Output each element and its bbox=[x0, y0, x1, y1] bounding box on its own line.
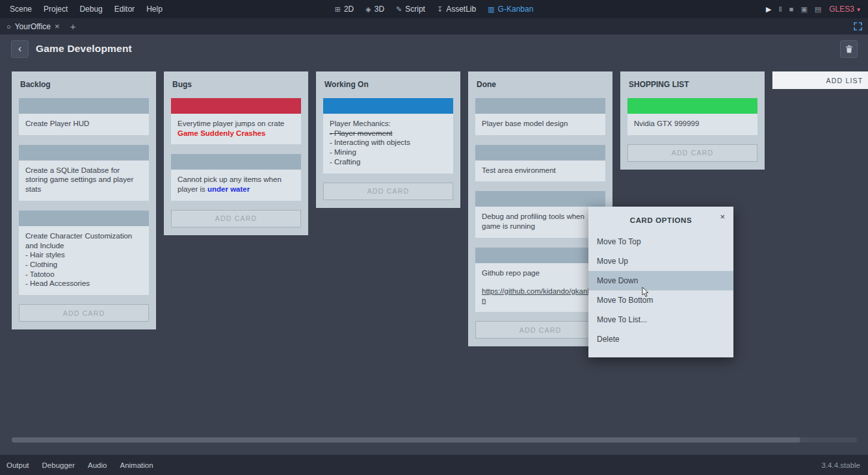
kanban-column-bugs: BugsEverytime player jumps on crateGame … bbox=[164, 71, 308, 235]
menu-item-delete[interactable]: Delete bbox=[588, 329, 733, 349]
workspace-label: 3D bbox=[375, 5, 384, 14]
card-text-segment: Create Player HUD bbox=[25, 120, 89, 127]
stop-icon[interactable]: ■ bbox=[789, 5, 794, 13]
card-text-segment: Test area environment bbox=[482, 166, 556, 174]
scene-tab-youroffice[interactable]: ○ YourOffice × bbox=[0, 18, 66, 34]
panel-tab-audio[interactable]: Audio bbox=[81, 461, 113, 469]
kanban-card[interactable]: Test area environment bbox=[475, 145, 605, 182]
add-card-button[interactable]: ADD CARD bbox=[323, 183, 453, 200]
panel-tab-debugger[interactable]: Debugger bbox=[36, 461, 82, 469]
add-tab-icon[interactable]: + bbox=[66, 21, 80, 32]
workspace-assetlib[interactable]: ↧AssetLib bbox=[437, 5, 476, 14]
caret-down-icon: ▾ bbox=[857, 6, 860, 13]
workspace-3d[interactable]: ◈3D bbox=[365, 5, 384, 14]
workspace-2d[interactable]: ⊞2D bbox=[335, 5, 354, 14]
workspace-label: AssetLib bbox=[446, 5, 476, 14]
horizontal-scrollbar[interactable] bbox=[12, 437, 857, 443]
card-text-segment: - Head Accessories bbox=[25, 279, 142, 289]
card-drag-handle[interactable] bbox=[19, 211, 149, 226]
canvas-2d-icon: ⊞ bbox=[335, 5, 341, 14]
menu-debug[interactable]: Debug bbox=[73, 5, 108, 14]
card-text: Create a SQLite Databse for storing game… bbox=[19, 160, 149, 201]
add-card-button[interactable]: ADD CARD bbox=[19, 304, 149, 322]
spatial-3d-icon: ◈ bbox=[365, 5, 371, 14]
column-title: Working On bbox=[324, 80, 453, 89]
menu-item-move-up[interactable]: Move Up bbox=[588, 251, 733, 271]
card-drag-handle[interactable] bbox=[475, 145, 605, 160]
kanban-card[interactable]: Cannot pick up any items when player is … bbox=[171, 154, 301, 200]
column-title: Bugs bbox=[172, 80, 301, 89]
card-drag-handle[interactable] bbox=[475, 98, 605, 114]
card-text: Everytime player jumps on crateGame Sudd… bbox=[171, 114, 301, 144]
expand-window-icon[interactable] bbox=[854, 22, 868, 31]
add-card-button[interactable]: ADD CARD bbox=[627, 144, 757, 162]
card-drag-handle[interactable] bbox=[627, 98, 757, 114]
bottom-panel-bar: OutputDebuggerAudioAnimation 3.4.4.stabl… bbox=[0, 455, 868, 475]
kanban-card[interactable]: Create Character Customization and Inclu… bbox=[19, 211, 149, 295]
kanban-card[interactable]: Player base model design bbox=[475, 98, 605, 135]
card-text-segment: - Tatotoo bbox=[25, 270, 142, 279]
card-text: Create Player HUD bbox=[19, 114, 149, 135]
card-drag-handle[interactable] bbox=[171, 154, 301, 170]
workspace-label: G-Kanban bbox=[498, 5, 534, 14]
card-drag-handle[interactable] bbox=[475, 248, 605, 263]
kanban-card[interactable]: Create a SQLite Databse for storing game… bbox=[19, 145, 149, 201]
close-icon[interactable]: × bbox=[720, 212, 725, 222]
menu-help[interactable]: Help bbox=[140, 5, 168, 14]
menu-item-move-to-bottom[interactable]: Move To Bottom bbox=[588, 290, 733, 310]
column-title: Backlog bbox=[20, 80, 149, 89]
card-text: Create Character Customization and Inclu… bbox=[19, 226, 149, 295]
add-card-button[interactable]: ADD CARD bbox=[475, 321, 605, 339]
card-drag-handle[interactable] bbox=[19, 98, 149, 114]
bottom-panel-tabs: OutputDebuggerAudioAnimation bbox=[0, 461, 160, 469]
menu-title: CARD OPTIONS bbox=[588, 207, 733, 232]
pause-icon[interactable]: Ⅱ bbox=[778, 5, 782, 14]
board-title: Game Development bbox=[36, 43, 132, 55]
card-options-menu: CARD OPTIONS × Move To TopMove UpMove Do… bbox=[588, 207, 733, 357]
workspace-g-kanban[interactable]: ▥G-Kanban bbox=[488, 5, 533, 14]
play-icon[interactable]: ▶ bbox=[766, 5, 771, 14]
card-text: Player Mechanics:- Player movement- Inte… bbox=[323, 114, 453, 173]
script-icon: ✎ bbox=[396, 5, 402, 14]
menu-project[interactable]: Project bbox=[38, 5, 73, 14]
card-drag-handle[interactable] bbox=[323, 98, 453, 114]
assetlib-icon: ↧ bbox=[437, 5, 443, 14]
card-text: Nvidia GTX 999999 bbox=[627, 114, 757, 135]
workspace-switcher: ⊞2D◈3D✎Script↧AssetLib▥G-Kanban bbox=[335, 5, 534, 14]
card-text: Test area environment bbox=[475, 160, 605, 182]
workspace-label: Script bbox=[405, 5, 425, 14]
play-scene-icon[interactable]: ▣ bbox=[800, 5, 807, 14]
card-drag-handle[interactable] bbox=[171, 98, 301, 114]
add-list-button[interactable]: ADD LIST bbox=[772, 71, 868, 89]
card-drag-handle[interactable] bbox=[475, 191, 605, 207]
card-text-segment: Nvidia GTX 999999 bbox=[634, 120, 699, 127]
card-link[interactable]: https://github.com/kidando/gkanban bbox=[482, 287, 599, 305]
engine-version: 3.4.4.stable bbox=[822, 461, 868, 469]
workspace-script[interactable]: ✎Script bbox=[396, 5, 425, 14]
menu-item-move-to-list[interactable]: Move To List... bbox=[588, 310, 733, 329]
kanban-card[interactable]: Github repo pagehttps://github.com/kidan… bbox=[475, 248, 605, 312]
kanban-card[interactable]: Create Player HUD bbox=[19, 98, 149, 135]
play-custom-scene-icon[interactable]: ▤ bbox=[815, 5, 821, 14]
add-card-button[interactable]: ADD CARD bbox=[171, 210, 301, 227]
kanban-card[interactable]: Debug and profiling tools when game is r… bbox=[475, 191, 605, 237]
kanban-card[interactable]: Nvidia GTX 999999 bbox=[627, 98, 757, 135]
renderer-select[interactable]: GLES3 ▾ bbox=[829, 5, 860, 14]
close-icon[interactable]: × bbox=[55, 21, 60, 31]
card-drag-handle[interactable] bbox=[19, 145, 149, 160]
kanban-card[interactable]: Player Mechanics:- Player movement- Inte… bbox=[323, 98, 453, 173]
kanban-card[interactable]: Everytime player jumps on crateGame Sudd… bbox=[171, 98, 301, 144]
card-text: Github repo pagehttps://github.com/kidan… bbox=[475, 263, 605, 312]
menu-scene[interactable]: Scene bbox=[4, 5, 38, 14]
trash-icon bbox=[845, 45, 853, 53]
renderer-label: GLES3 bbox=[829, 5, 854, 14]
panel-tab-output[interactable]: Output bbox=[0, 461, 36, 469]
card-text-segment: - Mining bbox=[330, 148, 447, 157]
menu-item-move-down[interactable]: Move Down bbox=[588, 271, 733, 290]
menu-editor[interactable]: Editor bbox=[109, 5, 140, 14]
back-button[interactable]: ‹ bbox=[11, 40, 29, 58]
menu-item-move-to-top[interactable]: Move To Top bbox=[588, 232, 733, 251]
panel-tab-animation[interactable]: Animation bbox=[113, 461, 159, 469]
scrollbar-thumb[interactable] bbox=[12, 437, 800, 443]
delete-board-button[interactable] bbox=[840, 40, 858, 58]
